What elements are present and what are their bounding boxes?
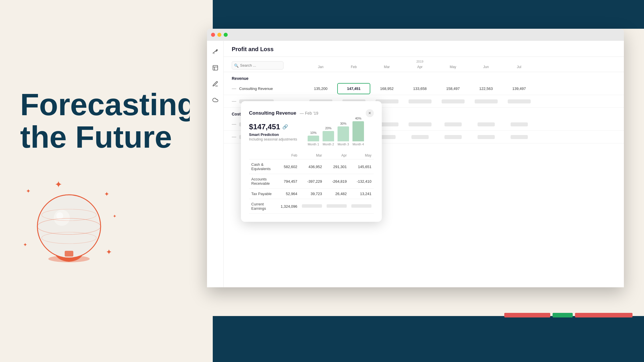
bar-fill-4	[352, 121, 364, 141]
dark-top-bar	[213, 0, 644, 29]
placeholder-cell	[503, 97, 536, 106]
popup-row-cell: 13,241	[349, 189, 374, 199]
row-dash	[232, 124, 236, 125]
sparkle-icon: ✦	[106, 248, 112, 257]
popup-row-cell: 39,723	[300, 189, 324, 199]
month-apr: Apr	[403, 64, 436, 70]
popup-row-cell	[300, 199, 324, 214]
sparkle-icon: ✦	[55, 179, 62, 190]
bar-percent-3: 30%	[340, 122, 346, 125]
browser-window: Profit and Loss 🔍 2019	[207, 29, 624, 287]
page-title: Profit and Loss	[232, 46, 274, 52]
content-header: Profit and Loss	[224, 41, 624, 57]
data-cell-feb-highlighted[interactable]: 147,451	[337, 83, 370, 94]
sparkle-icon: ✦	[23, 242, 27, 248]
popup-close-button[interactable]: ×	[366, 109, 374, 117]
sidebar-icon-telescope[interactable]	[210, 47, 221, 57]
row-dash	[232, 101, 236, 102]
popup-col-label	[249, 152, 278, 159]
search-input[interactable]	[232, 61, 283, 70]
popup-table-row: Accounts Receivable 794,457 -397,229 -26…	[249, 174, 374, 189]
popup-date: — Feb '19	[300, 111, 318, 115]
hero-title: Forecasting the Future	[20, 88, 196, 153]
popup-title-area: Consulting Revenue — Feb '19	[249, 110, 318, 116]
cell-placeholder	[327, 204, 347, 208]
popup-row-label: Cash & Equivalents	[249, 159, 278, 174]
bar-month-label-4: Month 4	[352, 143, 364, 146]
row-dash	[232, 88, 236, 89]
main-content: Profit and Loss 🔍 2019	[224, 41, 624, 287]
consulting-revenue-popup: Consulting Revenue — Feb '19 × $147,451 …	[241, 101, 382, 222]
sparkle-icon: ✦	[104, 190, 109, 198]
popup-col-apr: Apr	[324, 152, 349, 159]
month-may: May	[436, 64, 469, 70]
table-row: Consulting Revenue 135,200 147,451 168,9…	[224, 82, 624, 95]
popup-col-feb: Feb	[278, 152, 300, 159]
placeholder-cell	[469, 132, 503, 142]
traffic-light-red[interactable]	[211, 33, 215, 37]
prediction-bar-chart: 10% Month 1 20% Month 2 30%	[308, 123, 374, 146]
placeholder-cell	[403, 120, 436, 129]
month-jun: Jun	[469, 64, 503, 70]
popup-row-label: Current Earnings	[249, 199, 278, 214]
sidebar-icon-chart[interactable]	[210, 63, 221, 73]
data-cell-jan[interactable]: 135,200	[304, 84, 337, 94]
popup-row-cell: 52,964	[278, 189, 300, 199]
month-mar: Mar	[370, 64, 403, 70]
placeholder-cell	[436, 120, 469, 129]
bar-group-2: 20% Month 2	[323, 126, 334, 146]
bar-month-label-1: Month 1	[308, 143, 319, 146]
year-group-2019: 2019 Jan Feb Mar Apr May Jun Jul	[304, 60, 536, 70]
link-icon: 🔗	[282, 124, 288, 130]
bar-group-4: 40% Month 4	[352, 117, 364, 146]
svg-point-4	[56, 212, 63, 219]
month-jan: Jan	[304, 64, 337, 70]
dark-bottom-bar	[213, 316, 644, 362]
traffic-light-green[interactable]	[224, 33, 228, 37]
popup-col-may: May	[349, 152, 374, 159]
popup-table-row: Cash & Equivalents 582,602 436,952 291,3…	[249, 159, 374, 174]
popup-table: Feb Mar Apr May Cash & Equivalents 582,6…	[249, 152, 374, 214]
placeholder-cell	[403, 97, 436, 106]
popup-row-cell: 794,457	[278, 174, 300, 189]
placeholder-cell	[469, 97, 503, 106]
popup-prediction-sub: Including seasonal adjustments	[249, 137, 308, 141]
data-cell-jun[interactable]: 122,563	[469, 84, 503, 94]
data-cell-jul[interactable]: 139,497	[503, 84, 536, 94]
traffic-light-yellow[interactable]	[217, 33, 221, 37]
section-title-revenue: Revenue	[232, 76, 248, 81]
placeholder-cell	[436, 132, 469, 142]
section-revenue: Revenue	[224, 72, 624, 82]
bar-red-1	[504, 313, 550, 317]
popup-header: Consulting Revenue — Feb '19 ×	[249, 109, 374, 117]
data-cell-may[interactable]: 158,497	[436, 84, 469, 94]
cell-placeholder	[351, 204, 371, 208]
placeholder-cell	[436, 97, 469, 106]
bottom-chart-bars	[504, 313, 632, 317]
browser-titlebar	[207, 29, 624, 41]
sidebar-icon-cloud[interactable]	[210, 95, 221, 105]
sparkle-icon: ✦	[113, 213, 116, 219]
popup-amount: $147,451 🔗	[249, 122, 308, 131]
bar-percent-2: 20%	[325, 126, 331, 130]
popup-row-cell: 291,301	[324, 159, 349, 174]
sidebar	[207, 41, 224, 287]
placeholder-cell	[469, 120, 503, 129]
month-feb: Feb	[337, 64, 370, 70]
popup-title: Consulting Revenue	[249, 110, 296, 116]
popup-row-label: Accounts Receivable	[249, 174, 278, 189]
row-dash	[232, 137, 236, 137]
sidebar-icon-pencil[interactable]	[210, 79, 221, 89]
left-panel: Forecasting the Future ✦ ✦ ✦ ✦ ✦ ✦	[0, 0, 190, 362]
popup-row-cell: -264,819	[324, 174, 349, 189]
data-cell-mar[interactable]: 168,952	[370, 84, 403, 94]
crystal-ball-svg	[29, 182, 109, 268]
right-panel: Profit and Loss 🔍 2019	[190, 0, 644, 362]
bar-percent-1: 10%	[310, 131, 317, 134]
placeholder-cell	[503, 120, 536, 129]
popup-row-cell: 1,324,096	[278, 199, 300, 214]
row-label-text: Consulting Revenue	[239, 86, 273, 91]
bar-group-1: 10% Month 1	[308, 131, 319, 146]
popup-row-label: Tax Payable	[249, 189, 278, 199]
data-cell-apr[interactable]: 133,658	[403, 84, 436, 94]
